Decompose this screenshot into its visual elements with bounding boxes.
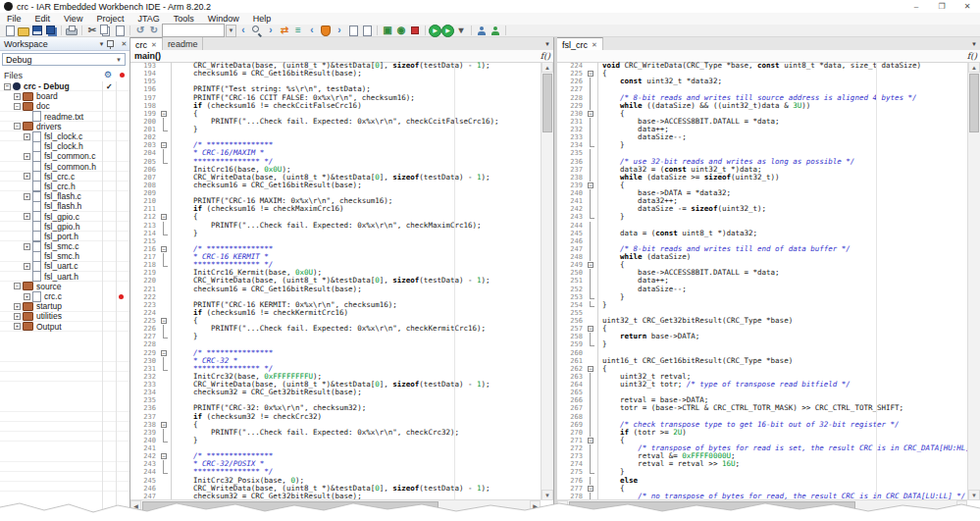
- scroll-right-icon[interactable]: ▶: [530, 500, 541, 511]
- workspace-close-icon[interactable]: ✕: [119, 40, 129, 48]
- fold-gutter[interactable]: [159, 468, 172, 476]
- make-icon[interactable]: ◉: [394, 25, 408, 36]
- tree-item-fsl-uart-c[interactable]: +fsl_uart.c: [0, 261, 129, 271]
- fold-gutter[interactable]: [586, 85, 598, 93]
- scroll-up-icon[interactable]: ▲: [968, 62, 980, 73]
- fold-gutter[interactable]: [159, 404, 172, 412]
- fold-gutter[interactable]: [159, 174, 172, 182]
- vertical-scrollbar-left[interactable]: ▲ ▼: [541, 62, 553, 500]
- fold-gutter[interactable]: [586, 340, 598, 348]
- scroll-left-icon[interactable]: ◀: [557, 500, 568, 511]
- fold-gutter[interactable]: −: [586, 365, 598, 373]
- close-button[interactable]: ✕: [954, 0, 980, 13]
- tree-item-drivers[interactable]: −drivers: [0, 122, 129, 131]
- tree-expander-icon[interactable]: −: [14, 123, 21, 130]
- code-line[interactable]: 243 }: [557, 213, 967, 221]
- fold-gutter[interactable]: [586, 309, 598, 317]
- tree-expander-icon[interactable]: +: [24, 133, 30, 140]
- user-blue-icon[interactable]: [475, 25, 489, 36]
- navigate-backward-icon[interactable]: ‹: [305, 25, 319, 36]
- scrollbar-thumb[interactable]: [542, 74, 552, 132]
- tree-item-startup[interactable]: +startup: [0, 301, 129, 311]
- tree-expander-icon[interactable]: +: [14, 323, 21, 330]
- fold-gutter[interactable]: [159, 118, 172, 126]
- code-line[interactable]: 208 checksum16 = CRC_Get16bitResult(base…: [130, 182, 541, 189]
- code-line[interactable]: 234 }: [557, 141, 967, 149]
- tree-item-fsl-crc-h[interactable]: fsl_crc.h: [0, 182, 129, 191]
- fold-gutter[interactable]: [159, 166, 172, 174]
- fold-gutter[interactable]: [586, 301, 598, 309]
- tree-item-board[interactable]: +board: [0, 91, 129, 101]
- code-line[interactable]: 261uint16_t CRC_Get16bitResult(CRC_Type …: [557, 357, 967, 365]
- paste-icon[interactable]: [113, 25, 127, 36]
- fold-gutter[interactable]: [586, 317, 598, 325]
- fold-gutter[interactable]: −: [586, 485, 598, 493]
- tree-item-fsl-gpio-h[interactable]: fsl_gpio.h: [0, 222, 129, 232]
- scrollbar-thumb[interactable]: [569, 501, 855, 512]
- save-all-icon[interactable]: [44, 25, 58, 36]
- compile-icon[interactable]: ▣: [381, 25, 394, 36]
- code-line[interactable]: 245 data = (const uint8_t *)data32;: [557, 230, 967, 237]
- code-line[interactable]: 256uint32_t CRC_Get32bitResult(CRC_Type …: [557, 317, 967, 325]
- fold-gutter[interactable]: [586, 413, 598, 421]
- tree-item-readme-txt[interactable]: readme.txt: [0, 112, 129, 122]
- search-next-icon[interactable]: ›: [264, 25, 278, 36]
- fold-gutter[interactable]: [159, 70, 172, 78]
- fold-gutter[interactable]: −: [159, 349, 172, 357]
- tree-item-output[interactable]: +Output: [0, 322, 129, 332]
- fold-gutter[interactable]: [159, 460, 172, 468]
- tree-expander-icon[interactable]: +: [24, 263, 30, 270]
- fold-gutter[interactable]: [586, 237, 598, 245]
- fold-gutter[interactable]: [159, 133, 172, 141]
- fold-gutter[interactable]: [159, 237, 172, 245]
- debug-dropdown-icon[interactable]: ▾: [454, 25, 468, 36]
- tree-item-fsl-flash-c[interactable]: +fsl_flash.c: [0, 191, 129, 201]
- scrollbar-thumb[interactable]: [142, 501, 438, 512]
- fold-gutter[interactable]: [586, 245, 598, 253]
- fold-gutter[interactable]: −: [586, 325, 598, 333]
- go-to-function-icon[interactable]: ≡: [291, 25, 305, 36]
- maximize-button[interactable]: ❐: [929, 0, 954, 13]
- tab-close-icon[interactable]: ✕: [592, 41, 597, 49]
- menu-edit[interactable]: Edit: [28, 13, 58, 25]
- print-icon[interactable]: [65, 25, 78, 36]
- copy-icon[interactable]: [99, 25, 113, 36]
- fold-gutter[interactable]: −: [586, 182, 598, 189]
- fold-gutter[interactable]: [586, 293, 598, 301]
- fold-gutter[interactable]: [586, 102, 598, 110]
- scroll-right-icon[interactable]: ▶: [956, 500, 967, 511]
- fold-gutter[interactable]: [159, 261, 172, 269]
- fold-gutter[interactable]: [159, 413, 172, 421]
- horizontal-scrollbar-right[interactable]: ◀ ▶: [557, 499, 967, 512]
- tree-expander-icon[interactable]: −: [14, 283, 21, 289]
- user-green-icon[interactable]: [489, 25, 502, 36]
- fold-gutter[interactable]: [159, 325, 172, 333]
- tree-expander-icon[interactable]: −: [4, 83, 11, 90]
- code-line[interactable]: 194 checksum16 = CRC_Get16bitResult(base…: [130, 70, 541, 78]
- fold-gutter[interactable]: [159, 333, 172, 340]
- files-column-header[interactable]: Files ⚙: [0, 69, 129, 82]
- workspace-menu-icon[interactable]: ▾: [96, 40, 107, 48]
- fold-gutter[interactable]: −: [586, 110, 598, 118]
- fold-gutter[interactable]: [159, 62, 172, 70]
- fold-gutter[interactable]: [586, 126, 598, 133]
- vertical-scrollbar-right[interactable]: ▲ ▼: [967, 62, 980, 500]
- search-dropdown-icon[interactable]: ▼: [226, 25, 236, 37]
- fold-gutter[interactable]: [586, 444, 598, 452]
- tree-expander-icon[interactable]: +: [14, 93, 21, 100]
- code-editor-crc[interactable]: 193 CRC_WriteData(base, (uint8_t *)&test…: [130, 62, 541, 500]
- download-and-debug-icon[interactable]: [429, 25, 441, 37]
- scroll-down-icon[interactable]: ▼: [968, 490, 980, 500]
- tree-item-fsl-smc-c[interactable]: +fsl_smc.c: [0, 241, 129, 251]
- fold-gutter[interactable]: [159, 381, 172, 389]
- code-line[interactable]: 227 }: [130, 333, 541, 340]
- save-icon[interactable]: [30, 25, 44, 36]
- tree-item-utilities[interactable]: +utilities: [0, 311, 129, 321]
- tree-item-fsl-clock-h[interactable]: fsl_clock.h: [0, 141, 129, 151]
- tree-item-fsl-gpio-c[interactable]: +fsl_gpio.c: [0, 211, 129, 221]
- fold-gutter[interactable]: [159, 189, 172, 197]
- tree-item-fsl-common-h[interactable]: fsl_common.h: [0, 162, 129, 172]
- fold-gutter[interactable]: [159, 365, 172, 373]
- fold-gutter[interactable]: [586, 421, 598, 429]
- code-line[interactable]: 224void CRC_WriteData(CRC_Type *base, co…: [557, 62, 967, 70]
